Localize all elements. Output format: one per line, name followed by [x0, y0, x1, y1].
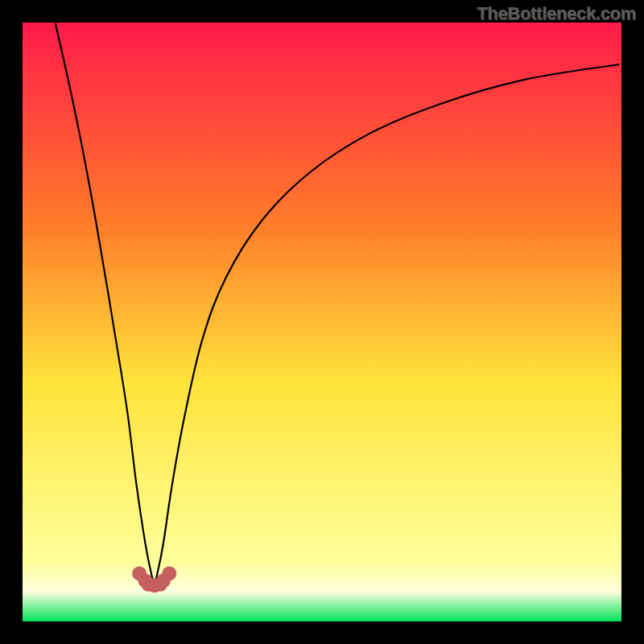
watermark-text: TheBottleneck.com — [477, 3, 636, 24]
chart-frame: TheBottleneck.com — [0, 0, 644, 644]
bottleneck-chart — [23, 23, 621, 621]
marker-dot — [162, 566, 176, 580]
